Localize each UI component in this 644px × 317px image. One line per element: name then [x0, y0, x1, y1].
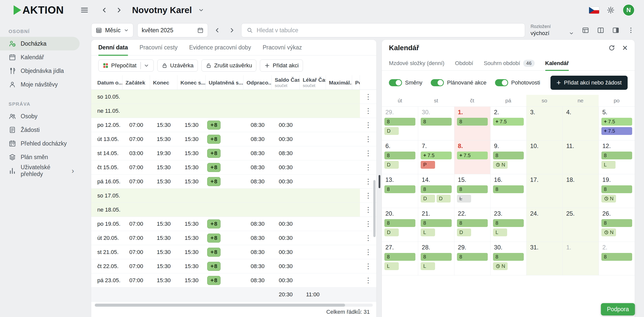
calendar-cell-30[interactable]: 30.8N: [490, 242, 526, 275]
calendar-badge-light[interactable]: D: [384, 228, 399, 236]
row-menu-icon[interactable]: ⋮: [363, 134, 374, 145]
calendar-cell-23[interactable]: 23.8L: [490, 208, 526, 242]
tab-obdobi[interactable]: Období: [455, 56, 473, 70]
calendar-badge-shift[interactable]: 8: [457, 118, 488, 126]
column-header-konec[interactable]: Konec: [150, 75, 177, 90]
calendar-cell-31[interactable]: 31.: [526, 242, 562, 275]
calendar-cell-8[interactable]: 8.+7.5: [454, 140, 490, 174]
column-header-lekar-cas[interactable]: Lékař Čassoučet: [300, 75, 326, 90]
table-row[interactable]: so 10.05.⋮: [91, 90, 376, 104]
calendar-cell-28[interactable]: 28.8L: [418, 242, 454, 275]
applied-shift-badge[interactable]: +8: [207, 248, 221, 257]
sidebar-item-moje-navstevy[interactable]: Moje návštěvy: [0, 78, 80, 91]
support-button[interactable]: Podpora: [601, 303, 635, 315]
calendar-cell-5[interactable]: 5.+7.5+7.5: [599, 106, 635, 140]
calendar-badge-shift[interactable]: 8: [601, 152, 632, 159]
calendar-cell-16[interactable]: 16.8: [490, 174, 526, 208]
tab-pracovni-cesty[interactable]: Pracovní cesty: [140, 40, 178, 55]
table-row[interactable]: pá 23.05.07:0015:3015:30+808:3000:30⋮: [91, 273, 376, 287]
calendar-badge-light[interactable]: L: [384, 262, 399, 270]
calendar-badge-light[interactable]: L: [421, 262, 435, 270]
column-header-saldo-cas[interactable]: Saldo Čassoučet: [272, 75, 300, 90]
row-menu-icon[interactable]: ⋮: [363, 205, 374, 215]
calendar-badge-plus-green[interactable]: +7.5: [601, 118, 632, 126]
calendar-badge-light[interactable]: D: [437, 195, 451, 203]
calendar-cell-7[interactable]: 7.+7.5P: [418, 140, 454, 174]
period-mode-select[interactable]: Měsíc: [91, 23, 133, 37]
calendar-badge-plus-green[interactable]: +7.5: [493, 118, 524, 126]
calendar-badge-shift[interactable]: 8: [421, 185, 451, 193]
calendar-cell-19[interactable]: 19.8N: [599, 174, 635, 208]
calendar-badge-light[interactable]: D: [384, 161, 399, 169]
toolbar-more-icon[interactable]: [627, 26, 635, 34]
row-menu-icon[interactable]: ⋮: [363, 176, 374, 187]
calendar-cell-17[interactable]: 17.: [526, 174, 562, 208]
applied-shift-badge[interactable]: +8: [207, 177, 221, 186]
sidebar-item-dochazka[interactable]: Docházka: [0, 37, 80, 50]
user-avatar[interactable]: N: [622, 4, 635, 16]
scrollbar-thumb[interactable]: [95, 304, 345, 307]
calendar-badge-shift[interactable]: 8: [457, 185, 488, 193]
calendar-cell-2[interactable]: 2.8: [599, 242, 635, 275]
calendar-badge-shift[interactable]: 8: [421, 253, 451, 261]
toggle-pohotovosti[interactable]: Pohotovosti: [495, 79, 540, 86]
calendar-cell-11[interactable]: 11.: [562, 140, 598, 174]
row-menu-icon[interactable]: ⋮: [363, 275, 374, 286]
applied-shift-badge[interactable]: +8: [207, 163, 221, 172]
calendar-badge-standby[interactable]: N: [493, 262, 508, 270]
refresh-icon[interactable]: [608, 44, 615, 51]
sidebar-item-plan-smen[interactable]: Plán směn: [0, 150, 80, 164]
calendar-cell-20[interactable]: 20.8D: [382, 208, 418, 242]
calendar-badge-shift[interactable]: 8: [493, 219, 524, 227]
tab-souhrn-obdobi[interactable]: Souhrn období46: [484, 56, 534, 70]
table-row[interactable]: út 20.05.07:0015:3015:30+808:3000:30⋮: [91, 231, 376, 245]
calendar-cell-12[interactable]: 12.8L: [599, 140, 635, 174]
row-menu-icon[interactable]: ⋮: [363, 162, 374, 173]
applied-shift-badge[interactable]: +8: [207, 276, 221, 285]
calendar-badge-red[interactable]: P: [421, 161, 435, 169]
calendar-badge-standby[interactable]: N: [601, 228, 616, 236]
toggle-smeny[interactable]: Směny: [389, 79, 422, 86]
column-header-maximal[interactable]: Maximál...: [326, 75, 352, 90]
applied-shift-badge[interactable]: +8: [207, 219, 221, 228]
calendar-cell-29[interactable]: 29.8D: [382, 106, 418, 140]
calendar-cell-10[interactable]: 10.: [526, 140, 562, 174]
calendar-icon[interactable]: [197, 27, 204, 34]
nav-back-button[interactable]: [99, 5, 110, 16]
calendar-cell-30[interactable]: 30.8: [418, 106, 454, 140]
calendar-cell-14[interactable]: 14.8DD: [418, 174, 454, 208]
calendar-badge-shift[interactable]: 8: [384, 185, 415, 193]
row-menu-icon[interactable]: ⋮: [363, 247, 374, 257]
row-menu-icon[interactable]: ⋮: [363, 233, 374, 243]
table-search[interactable]: [241, 23, 525, 37]
table-row[interactable]: st 14.05.03:0019:3015:30+808:3008:30⋮: [91, 146, 376, 160]
prev-period-button[interactable]: [212, 25, 223, 36]
tab-mzdove-slozky-denni[interactable]: Mzdové složky (denní): [389, 56, 444, 70]
table-row[interactable]: st 21.05.07:0015:3015:30+808:3000:30⋮: [91, 245, 376, 259]
calendar-badge-light[interactable]: D: [421, 195, 435, 203]
row-menu-icon[interactable]: ⋮: [363, 92, 374, 102]
cancel-closure-button[interactable]: Zrušit uzávěrku: [201, 60, 256, 72]
panel-resize-handle[interactable]: [379, 175, 380, 188]
table-row[interactable]: po 19.05.07:0015:3015:30+808:3000:30⋮: [91, 217, 376, 231]
calendar-badge-shift[interactable]: 8: [421, 118, 451, 126]
calendar-badge-shift[interactable]: 8: [384, 152, 415, 159]
applied-shift-badge[interactable]: +8: [207, 135, 221, 144]
calendar-badge-standby[interactable]: N: [601, 195, 616, 203]
calendar-badge-light[interactable]: D: [384, 127, 399, 135]
table-row[interactable]: so 17.05.⋮: [91, 189, 376, 203]
table-row[interactable]: út 13.05.07:0015:3015:30+808:3000:30⋮: [91, 132, 376, 146]
calendar-cell-24[interactable]: 24.: [526, 208, 562, 242]
close-panel-icon[interactable]: ×: [622, 43, 628, 52]
table-row[interactable]: pá 16.05.07:0015:3015:30+808:3000:30⋮: [91, 175, 376, 189]
calendar-cell-6[interactable]: 6.8D: [382, 140, 418, 174]
calendar-badge-plus-purple[interactable]: +7.5: [601, 127, 632, 135]
layout-selector[interactable]: Rozložení výchozí: [529, 24, 576, 37]
sidebar-item-kalendar[interactable]: Kalendář: [0, 50, 80, 64]
period-input[interactable]: květen 2025: [137, 23, 208, 37]
czech-flag-icon[interactable]: [589, 7, 599, 14]
sidebar-item-zadosti[interactable]: Žádosti: [0, 123, 80, 137]
calendar-badge-light[interactable]: L: [601, 161, 616, 169]
column-header-poh[interactable]: Poh: [352, 75, 360, 90]
tab-pracovni-vykaz[interactable]: Pracovní výkaz: [263, 40, 302, 55]
